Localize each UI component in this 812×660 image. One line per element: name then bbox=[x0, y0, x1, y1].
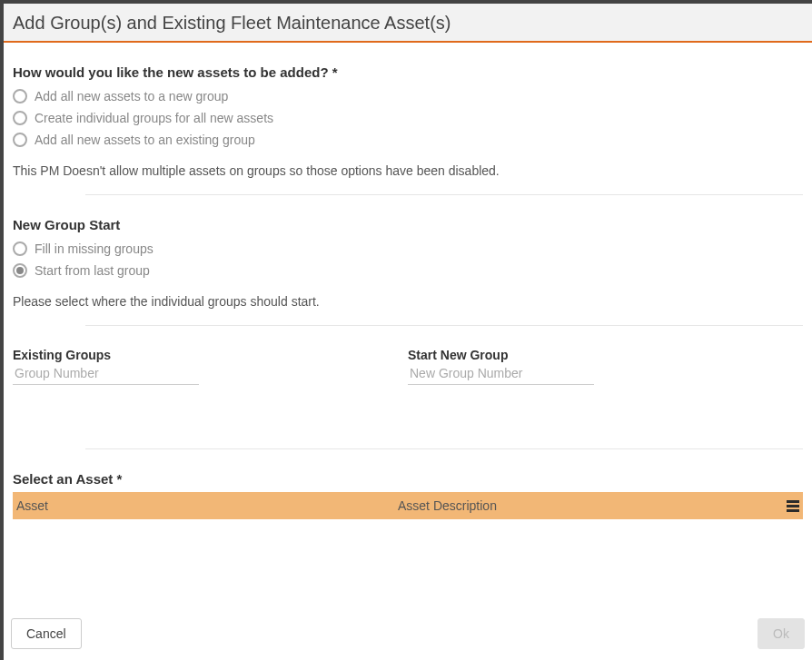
add-mode-helper-text: This PM Doesn't allow multiple assets on… bbox=[13, 163, 803, 178]
dialog-footer: Cancel Ok bbox=[4, 610, 812, 657]
asset-col-description[interactable]: Asset Description bbox=[394, 498, 783, 513]
radio-icon bbox=[13, 133, 27, 147]
radio-fill-missing-groups[interactable]: Fill in missing groups bbox=[13, 238, 803, 260]
ok-button[interactable]: Ok bbox=[758, 618, 805, 649]
radio-label: Add all new assets to a new group bbox=[35, 89, 228, 103]
start-new-group-label: Start New Group bbox=[408, 348, 803, 362]
radio-icon bbox=[13, 241, 27, 256]
existing-groups-input[interactable] bbox=[13, 364, 199, 385]
dialog-title: Add Group(s) and Existing Fleet Maintena… bbox=[4, 4, 812, 43]
radio-icon bbox=[13, 263, 27, 278]
select-asset-heading: Select an Asset * bbox=[13, 471, 803, 487]
asset-table-header: Asset Asset Description bbox=[13, 492, 803, 519]
dialog-body[interactable]: How would you like the new assets to be … bbox=[4, 43, 812, 610]
radio-icon bbox=[13, 89, 27, 103]
hamburger-icon[interactable] bbox=[783, 500, 803, 512]
start-new-group-input[interactable] bbox=[408, 364, 594, 385]
radio-label: Start from last group bbox=[35, 263, 150, 278]
group-start-helper-text: Please select where the individual group… bbox=[13, 294, 803, 309]
existing-groups-label: Existing Groups bbox=[13, 348, 408, 362]
radio-icon bbox=[13, 111, 27, 125]
radio-add-to-new-group[interactable]: Add all new assets to a new group bbox=[13, 85, 803, 107]
divider bbox=[85, 194, 803, 195]
divider bbox=[85, 448, 803, 449]
asset-col-asset[interactable]: Asset bbox=[13, 498, 394, 513]
radio-add-to-existing-group[interactable]: Add all new assets to an existing group bbox=[13, 129, 803, 151]
radio-label: Fill in missing groups bbox=[35, 241, 153, 256]
radio-start-from-last-group[interactable]: Start from last group bbox=[13, 260, 803, 281]
divider bbox=[85, 325, 803, 326]
add-mode-heading: How would you like the new assets to be … bbox=[13, 64, 803, 80]
group-start-heading: New Group Start bbox=[13, 217, 803, 232]
radio-create-individual-groups[interactable]: Create individual groups for all new ass… bbox=[13, 107, 803, 129]
cancel-button[interactable]: Cancel bbox=[11, 618, 82, 649]
radio-label: Add all new assets to an existing group bbox=[35, 133, 255, 147]
radio-label: Create individual groups for all new ass… bbox=[35, 111, 273, 125]
